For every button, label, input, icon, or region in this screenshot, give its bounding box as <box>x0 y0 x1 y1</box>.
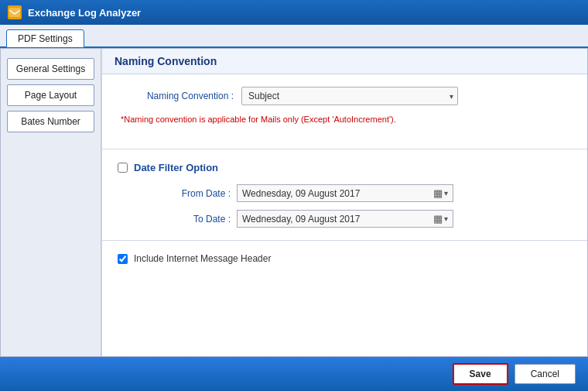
general-settings-button[interactable]: General Settings <box>7 58 94 80</box>
to-date-value: Wednesday, 09 August 2017 <box>242 214 433 225</box>
calendar-icon-2: ▦ <box>433 213 443 225</box>
save-button[interactable]: Save <box>453 363 508 385</box>
to-date-label: To Date : <box>136 214 237 225</box>
to-date-dropdown-arrow: ▾ <box>444 214 448 223</box>
tab-pdf-settings[interactable]: PDF Settings <box>6 29 84 48</box>
from-date-input[interactable]: Wednesday, 09 August 2017 ▦ ▾ <box>237 184 453 202</box>
divider-2 <box>102 240 587 241</box>
naming-convention-select[interactable]: Subject AutoIncrement Date From To <box>241 87 458 105</box>
date-filter-section: Date Filter Option From Date : Wednesday… <box>102 162 587 228</box>
from-date-row: From Date : Wednesday, 09 August 2017 ▦ … <box>118 184 572 202</box>
divider-1 <box>102 149 587 149</box>
title-bar: Exchange Log Analyzer <box>0 0 588 25</box>
naming-convention-header: Naming Convention <box>102 49 587 74</box>
from-date-calendar-button[interactable]: ▦ ▾ <box>433 187 448 199</box>
include-header-label: Include Internet Message Header <box>134 253 271 264</box>
naming-convention-control: Subject AutoIncrement Date From To ▾ <box>241 87 473 105</box>
naming-convention-note: *Naming convention is applicable for Mai… <box>121 115 572 124</box>
main-layout: General Settings Page Layout Bates Numbe… <box>0 48 588 357</box>
app-icon <box>8 5 22 19</box>
bates-number-button[interactable]: Bates Number <box>7 111 94 132</box>
sidebar: General Settings Page Layout Bates Numbe… <box>1 49 101 356</box>
naming-convention-title: Naming Convention <box>115 55 217 67</box>
from-date-dropdown-arrow: ▾ <box>444 189 448 197</box>
content-panel: Naming Convention Naming Convention : Su… <box>101 49 587 356</box>
calendar-icon: ▦ <box>433 187 443 199</box>
to-date-input[interactable]: Wednesday, 09 August 2017 ▦ ▾ <box>237 210 453 228</box>
from-date-value: Wednesday, 09 August 2017 <box>242 188 433 199</box>
cancel-button[interactable]: Cancel <box>514 364 576 384</box>
date-filter-title: Date Filter Option <box>134 162 218 173</box>
include-header-row: Include Internet Message Header <box>118 253 572 264</box>
include-header-checkbox[interactable] <box>118 254 128 264</box>
bottom-bar: Save Cancel <box>0 357 588 391</box>
naming-convention-row: Naming Convention : Subject AutoIncremen… <box>118 87 572 105</box>
to-date-calendar-button[interactable]: ▦ ▾ <box>433 213 448 225</box>
naming-convention-select-wrap: Subject AutoIncrement Date From To ▾ <box>241 87 458 105</box>
svg-rect-0 <box>9 8 20 17</box>
naming-convention-body: Naming Convention : Subject AutoIncremen… <box>102 74 587 136</box>
app-title: Exchange Log Analyzer <box>28 7 141 19</box>
to-date-row: To Date : Wednesday, 09 August 2017 ▦ ▾ <box>118 210 572 228</box>
include-header-section: Include Internet Message Header <box>102 253 587 264</box>
tab-bar: PDF Settings <box>0 25 588 48</box>
date-filter-row: Date Filter Option <box>118 162 572 173</box>
page-layout-button[interactable]: Page Layout <box>7 84 94 106</box>
from-date-label: From Date : <box>136 188 237 199</box>
naming-convention-label: Naming Convention : <box>118 91 241 101</box>
date-filter-checkbox[interactable] <box>118 163 128 173</box>
